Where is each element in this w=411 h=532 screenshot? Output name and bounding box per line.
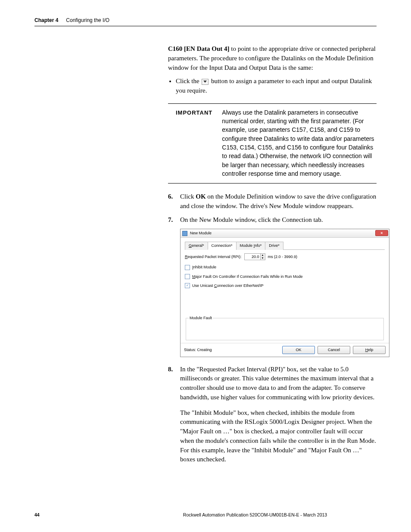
intro-paragraph: C160 [EN Data Out 4] to point to the app… <box>168 44 377 72</box>
publication-id: Rockwell Automation Publication 520COM-U… <box>134 512 377 517</box>
dialog-tabs: General* Connection* Module Info* Drive* <box>185 241 385 250</box>
intro-param: C160 [EN Data Out 4] <box>168 45 230 52</box>
majorfault-label: Major Fault On Controller If Connection … <box>192 274 303 280</box>
dialog-app-icon <box>182 231 187 236</box>
dialog-footer: Status: Creating OK Cancel Help <box>181 343 389 357</box>
majorfault-checkbox[interactable] <box>185 274 190 279</box>
page-number: 44 <box>34 512 134 517</box>
chapter-title: Configuring the I/O <box>66 17 109 23</box>
tab-connection[interactable]: Connection* <box>208 242 237 250</box>
inhibit-row: Inhibit Module <box>185 264 385 270</box>
unicast-checkbox[interactable]: ✓ <box>185 283 190 288</box>
important-label: IMPORTANT <box>168 108 212 117</box>
step-8: In the "Requested Packet Interval (RPI)"… <box>168 365 377 465</box>
tab-module-info[interactable]: Module Info* <box>236 242 266 250</box>
help-button[interactable]: Help <box>353 346 386 354</box>
step-6: Click OK on the Module Definition window… <box>168 192 377 211</box>
dropdown-icon <box>202 79 209 85</box>
dialog-status: Status: Creating <box>184 347 280 353</box>
majorfault-row: Major Fault On Controller If Connection … <box>185 274 385 280</box>
tab-drive[interactable]: Drive* <box>265 242 283 250</box>
rpi-spinner[interactable]: ▲ ▼ <box>244 253 265 260</box>
step8-p2: The "Inhibit Module" box, when checked, … <box>180 408 377 465</box>
dialog-title: New Module <box>190 230 212 236</box>
rpi-label: Requested Packet Interval (RPI): <box>185 254 242 260</box>
inhibit-checkbox[interactable] <box>185 265 190 270</box>
step6-after: on the Module Definition window to save … <box>180 193 376 209</box>
bullet-item: Click the button to assign a parameter t… <box>176 77 377 96</box>
unicast-label: Use Unicast Connection over EtherNet/IP <box>192 283 264 289</box>
important-text: Always use the Datalink parameters in co… <box>222 108 377 178</box>
rpi-up[interactable]: ▲ <box>261 254 265 257</box>
rpi-range: ms (2.0 - 3990.9) <box>268 254 298 260</box>
rpi-row: Requested Packet Interval (RPI): ▲ ▼ ms … <box>185 253 385 260</box>
tab-general[interactable]: General* <box>185 242 208 250</box>
new-module-dialog: New Module × General* Connection* Module… <box>180 229 389 357</box>
page-footer: 44 Rockwell Automation Publication 520CO… <box>34 512 377 517</box>
page-header: Chapter 4 Configuring the I/O <box>0 0 411 26</box>
step-7: On the New Module window, click the Conn… <box>168 215 377 357</box>
step8-p1: In the "Requested Packet Interval (RPI)"… <box>180 365 377 402</box>
module-fault-group: Module Fault <box>186 315 384 340</box>
step-list: Click OK on the Module Definition window… <box>168 192 377 464</box>
inhibit-label: Inhibit Module <box>192 264 216 270</box>
dialog-titlebar: New Module × <box>181 229 389 238</box>
step6-before: Click <box>180 193 196 200</box>
body-content: C160 [EN Data Out 4] to point to the app… <box>168 26 377 464</box>
important-callout: IMPORTANT Always use the Datalink parame… <box>168 103 377 184</box>
bullet-before: Click the <box>176 78 201 84</box>
rpi-down[interactable]: ▼ <box>261 257 265 260</box>
step6-ok: OK <box>196 193 206 200</box>
cancel-button[interactable]: Cancel <box>318 346 350 354</box>
module-fault-legend: Module Fault <box>189 315 213 321</box>
unicast-row: ✓ Use Unicast Connection over EtherNet/I… <box>185 283 385 289</box>
tab-general-rest: eneral* <box>192 243 204 248</box>
close-button[interactable]: × <box>375 230 388 236</box>
step7-text: On the New Module window, click the Conn… <box>180 216 323 223</box>
chapter-label: Chapter 4 <box>34 17 58 23</box>
rpi-input[interactable] <box>245 254 260 260</box>
bullet-list: Click the button to assign a parameter t… <box>168 77 377 96</box>
ok-button[interactable]: OK <box>282 346 315 354</box>
